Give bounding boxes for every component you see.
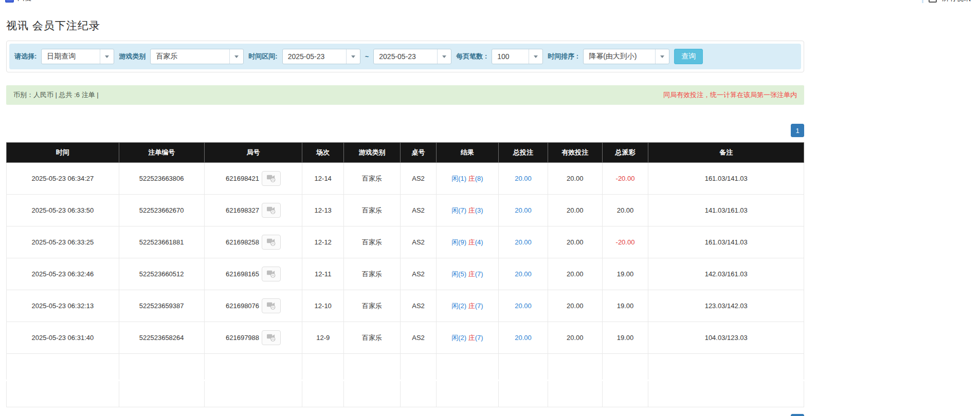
cell-round-id: 621698165 — [226, 270, 259, 278]
subtotal-valid-bet: 120.00 — [548, 354, 602, 381]
cell-total-bet[interactable]: 20.00 — [515, 302, 532, 310]
table-row: 2025-05-23 06:33:50 522523662670 6216983… — [7, 195, 804, 226]
chevron-down-icon — [437, 49, 451, 64]
cell-total-bet[interactable]: 20.00 — [515, 270, 532, 278]
blue-grid-icon — [5, 0, 14, 3]
cell-valid-bet: 20.00 — [548, 163, 602, 195]
cell-total-bet[interactable]: 20.00 — [515, 206, 532, 214]
grand-total-total-bet: 120.00 — [498, 381, 548, 407]
result-player: 闲(5) — [451, 270, 468, 278]
search-button[interactable]: 查询 — [674, 49, 703, 64]
result-banker: 庄 — [468, 206, 475, 214]
header-result: 结果 — [436, 143, 498, 163]
chevron-down-icon — [229, 49, 243, 64]
cell-time: 2025-05-23 06:33:50 — [7, 195, 119, 226]
table-row: 2025-05-23 06:32:46 522523660512 6216981… — [7, 258, 804, 290]
header-payout: 总派彩 — [602, 143, 648, 163]
header-table-no: 桌号 — [401, 143, 437, 163]
cell-remark: 104.03/123.03 — [648, 322, 804, 354]
video-replay-button[interactable] — [262, 330, 281, 345]
cell-game-type: 百家乐 — [344, 258, 401, 290]
video-replay-button[interactable] — [262, 171, 281, 186]
cell-session: 12-14 — [302, 163, 344, 195]
top-left-label: 曰变 — [17, 0, 32, 3]
video-replay-icon — [266, 301, 276, 311]
game-type-select[interactable]: 百家乐 — [150, 49, 244, 64]
sort-order-select[interactable]: 降幂(由大到小) — [583, 49, 669, 64]
video-replay-button[interactable] — [262, 267, 281, 281]
result-player: 闲(2) — [451, 334, 468, 342]
top-right-label: 所有视讯 — [942, 0, 971, 3]
result-banker: 庄 — [468, 302, 475, 310]
page-size-label: 每页笔数 : — [456, 52, 487, 61]
cell-remark: 161.03/141.03 — [648, 226, 804, 258]
filter-panel: 请选择: 日期查询 游戏类别 百家乐 时间区间: 2025-05-23 ~ 20… — [6, 41, 804, 72]
cell-valid-bet: 20.00 — [548, 258, 602, 290]
date-from-select[interactable]: 2025-05-23 — [282, 49, 360, 64]
cell-session: 12-11 — [302, 258, 344, 290]
page-size-select[interactable]: 100 — [492, 49, 543, 64]
cell-payout: 19.00 — [602, 258, 648, 290]
table-row: 2025-05-23 06:33:25 522523661881 6216982… — [7, 226, 804, 258]
video-replay-button[interactable] — [262, 235, 281, 250]
result-banker: 庄 — [468, 175, 475, 182]
video-replay-icon — [266, 205, 276, 216]
grand-total-count: 6 — [119, 381, 204, 407]
cell-total-bet[interactable]: 20.00 — [515, 334, 532, 342]
cell-round-id: 621698076 — [226, 302, 259, 310]
filter-bar: 请选择: 日期查询 游戏类别 百家乐 时间区间: 2025-05-23 ~ 20… — [9, 44, 801, 69]
result-banker-value: (7) — [475, 270, 483, 278]
sort-order-label: 时间排序 : — [548, 52, 578, 61]
cell-bet-id: 522523662670 — [119, 195, 204, 226]
cell-table-no: AS2 — [401, 226, 437, 258]
query-type-select[interactable]: 日期查询 — [41, 49, 114, 64]
pagination-top: 1 — [6, 124, 804, 137]
grand-total-valid-bet: 120.00 — [548, 381, 602, 407]
top-right-clipped-control[interactable]: 所有视讯 — [922, 0, 971, 3]
header-valid-bet: 有效投注 — [548, 143, 602, 163]
payout-note-text: 同局有效投注，统一计算在该局第一张注单内 — [663, 90, 797, 100]
cell-table-no: AS2 — [401, 163, 437, 195]
game-type-value: 百家乐 — [151, 49, 229, 64]
query-type-value: 日期查询 — [42, 49, 100, 64]
cell-bet-id: 522523661881 — [119, 226, 204, 258]
result-banker: 庄 — [468, 238, 475, 246]
subtotal-label: 小计 — [7, 354, 119, 381]
cell-round-id: 621698327 — [226, 206, 259, 214]
game-type-label: 游戏类别 — [119, 52, 146, 61]
top-left-clipped-control[interactable]: 曰变 — [5, 0, 41, 3]
cell-time: 2025-05-23 06:31:40 — [7, 322, 119, 354]
sort-order-value: 降幂(由大到小) — [584, 49, 655, 64]
cell-session: 12-13 — [302, 195, 344, 226]
result-banker: 庄 — [468, 270, 475, 278]
cell-total-bet[interactable]: 20.00 — [515, 175, 532, 182]
cell-session: 12-9 — [302, 322, 344, 354]
video-replay-button[interactable] — [262, 203, 281, 218]
result-banker: 庄 — [468, 334, 475, 342]
page-button-1[interactable]: 1 — [791, 124, 804, 137]
date-to-select[interactable]: 2025-05-23 — [373, 49, 451, 64]
cell-payout: 19.00 — [602, 322, 648, 354]
subtotal-total-bet: 120.00 — [498, 354, 548, 381]
cell-valid-bet: 20.00 — [548, 290, 602, 322]
cell-remark: 123.03/142.03 — [648, 290, 804, 322]
video-replay-icon — [266, 174, 276, 184]
cell-bet-id: 522523663806 — [119, 163, 204, 195]
cell-total-bet[interactable]: 20.00 — [515, 238, 532, 246]
table-row: 2025-05-23 06:31:40 522523658264 6216979… — [7, 322, 804, 354]
page-button-1[interactable]: 1 — [791, 414, 804, 416]
time-range-label: 时间区间: — [248, 52, 277, 61]
chevron-down-icon — [529, 49, 542, 64]
summary-bar: 币别：人民币 | 总共 :6 注单 | 同局有效投注，统一计算在该局第一张注单内 — [6, 85, 804, 105]
cell-time: 2025-05-23 06:34:27 — [7, 163, 119, 195]
result-player: 闲(2) — [451, 302, 468, 310]
chevron-down-icon — [655, 49, 669, 64]
header-game-type: 游戏类别 — [344, 143, 401, 163]
clipboard-icon — [929, 0, 937, 3]
video-replay-button[interactable] — [262, 298, 281, 313]
date-to-value: 2025-05-23 — [374, 49, 437, 64]
top-clipped-strip: 曰变 所有视讯 — [0, 0, 980, 5]
cell-payout: 20.00 — [602, 195, 648, 226]
cell-bet-id: 522523660512 — [119, 258, 204, 290]
header-bet-id: 注单编号 — [119, 143, 204, 163]
